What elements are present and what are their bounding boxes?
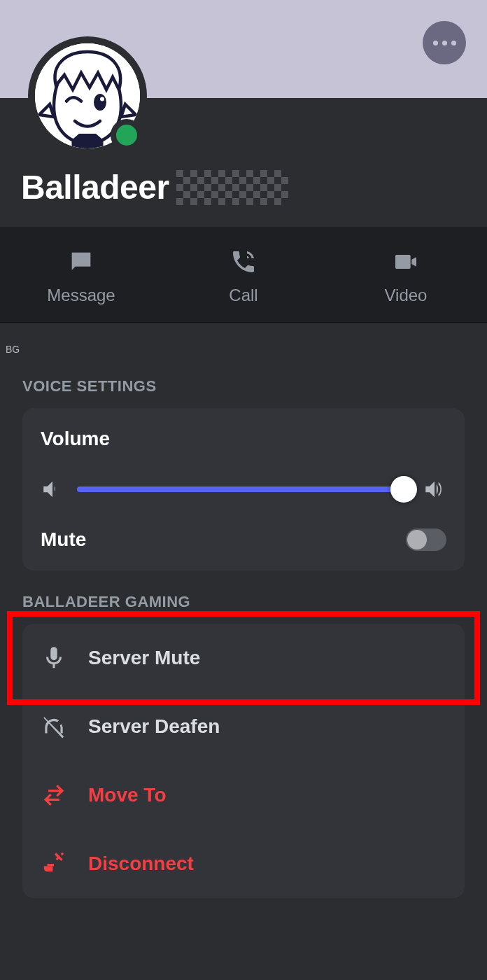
call-label: Call xyxy=(229,286,257,305)
slider-thumb[interactable] xyxy=(390,476,417,503)
mute-toggle[interactable] xyxy=(406,528,446,551)
dot-icon xyxy=(442,41,447,46)
user-profile-sheet: Balladeer Message Call Video BG VOICE SE… xyxy=(0,0,487,980)
svg-point-2 xyxy=(100,97,104,102)
mute-row: Mute xyxy=(41,528,446,551)
message-label: Message xyxy=(47,286,115,305)
volume-label: Volume xyxy=(41,428,446,450)
arrows-swap-icon xyxy=(41,782,67,808)
phone-wave-icon xyxy=(230,248,257,276)
dot-icon xyxy=(433,41,438,46)
server-section-title: BALLADEER GAMING xyxy=(0,570,487,624)
message-button[interactable]: Message xyxy=(0,228,162,322)
badge-tag: BG xyxy=(0,323,487,355)
volume-low-icon xyxy=(41,477,64,501)
server-deafen-item[interactable]: Server Deafen xyxy=(22,692,465,761)
move-to-label: Move To xyxy=(88,784,166,806)
svg-point-1 xyxy=(94,94,106,111)
disconnect-item[interactable]: Disconnect xyxy=(22,830,465,898)
move-to-item[interactable]: Move To xyxy=(22,761,465,830)
disconnect-icon xyxy=(41,850,67,877)
dot-icon xyxy=(451,41,456,46)
disconnect-label: Disconnect xyxy=(88,853,194,875)
server-deafen-label: Server Deafen xyxy=(88,715,220,738)
headphones-slash-icon xyxy=(41,713,67,740)
username-redacted-suffix xyxy=(176,170,288,205)
status-indicator-online xyxy=(111,119,143,151)
server-mute-item[interactable]: Server Mute xyxy=(22,624,465,692)
volume-slider[interactable] xyxy=(77,475,410,503)
server-actions-list: Server Mute Server Deafen Move To Discon… xyxy=(22,624,465,898)
video-label: Video xyxy=(385,286,428,305)
voice-settings-title: VOICE SETTINGS xyxy=(0,355,487,408)
action-bar: Message Call Video xyxy=(0,227,487,323)
voice-settings-panel: Volume Mute xyxy=(22,408,465,570)
volume-row xyxy=(41,475,446,503)
more-options-button[interactable] xyxy=(423,21,466,64)
slider-track xyxy=(77,486,410,492)
video-camera-icon xyxy=(392,248,420,276)
video-button[interactable]: Video xyxy=(325,228,487,322)
mute-label: Mute xyxy=(41,528,86,551)
microphone-icon xyxy=(41,645,67,671)
toggle-knob xyxy=(407,530,427,550)
chat-bubble-icon xyxy=(67,248,95,276)
username: Balladeer xyxy=(21,168,169,206)
avatar-container xyxy=(28,36,147,155)
server-mute-label: Server Mute xyxy=(88,647,200,669)
volume-high-icon xyxy=(423,477,446,501)
call-button[interactable]: Call xyxy=(162,228,325,322)
